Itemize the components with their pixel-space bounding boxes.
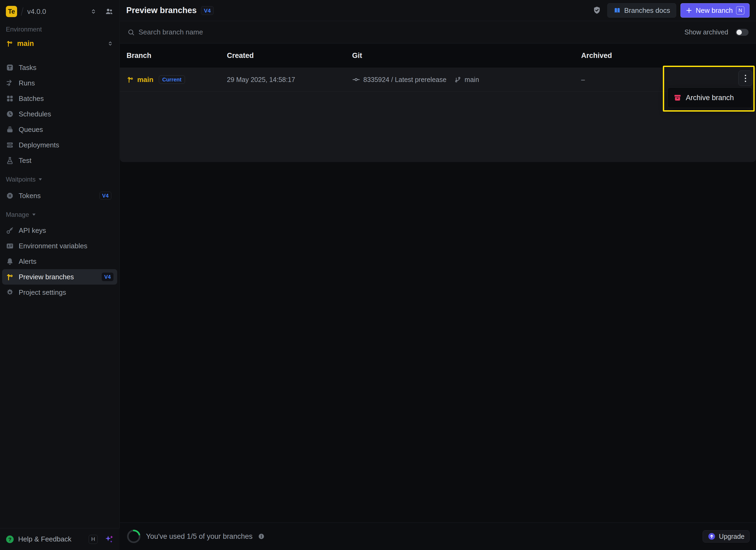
- column-header-created: Created: [227, 52, 254, 60]
- section-manage[interactable]: Manage: [6, 210, 113, 219]
- gear-icon: [6, 288, 14, 296]
- sidebar-item-label: Schedules: [19, 110, 51, 118]
- key-icon: [6, 226, 14, 234]
- sidebar-item-tasks[interactable]: Tasks: [0, 60, 119, 75]
- current-badge: Current: [159, 75, 185, 84]
- dot: [745, 75, 746, 76]
- archive-branch-label: Archive branch: [686, 94, 734, 102]
- sidebar-item-project-settings[interactable]: Project settings: [0, 285, 119, 300]
- toolbar: Show archived: [120, 21, 756, 44]
- show-archived-label: Show archived: [684, 28, 728, 36]
- sidebar: Te v4.0.0 Environment main Tasks: [0, 0, 120, 550]
- branch-name: main: [137, 76, 153, 84]
- branch-cell: main Current: [127, 68, 185, 92]
- column-header-archived: Archived: [581, 52, 612, 60]
- project-selector-chevron-icon[interactable]: [90, 8, 97, 15]
- toggle-knob: [737, 30, 742, 35]
- sidebar-item-label: Test: [19, 156, 31, 165]
- help-feedback-button[interactable]: Help & Feedback: [18, 535, 71, 543]
- runs-icon: [6, 79, 14, 87]
- book-icon: [613, 7, 621, 14]
- sidebar-nav: Tasks Runs Batches Schedules Queues: [0, 60, 119, 168]
- dot: [745, 81, 746, 82]
- batches-icon: [6, 95, 14, 103]
- info-icon[interactable]: [258, 533, 265, 540]
- column-header-git: Git: [352, 52, 362, 60]
- v4-badge: V4: [100, 192, 111, 200]
- page-title: Preview branches: [126, 6, 197, 15]
- archive-icon: [674, 94, 682, 102]
- created-timestamp: 29 May 2025, 14:58:17: [227, 76, 295, 84]
- help-icon: ?: [5, 535, 14, 544]
- upgrade-button[interactable]: Upgrade: [703, 530, 750, 543]
- upgrade-arrow-icon: [708, 532, 716, 540]
- section-waitpoints[interactable]: Waitpoints: [6, 175, 113, 184]
- git-cell: 8335924 / Latest prerelease main: [352, 68, 479, 92]
- usage-footer: You've used 1/5 of your branches Upgrade: [120, 523, 756, 550]
- search-icon: [127, 29, 135, 36]
- org-logo[interactable]: Te: [6, 6, 17, 17]
- sidebar-item-tokens[interactable]: Tokens V4: [0, 188, 119, 203]
- git-branch-name: main: [464, 76, 479, 84]
- branches-table: Branch Created Git Archived main Current…: [120, 44, 756, 162]
- bell-icon: [6, 257, 14, 265]
- queues-icon: [6, 125, 14, 133]
- archived-cell: –: [581, 68, 585, 92]
- branches-docs-button[interactable]: Branches docs: [607, 3, 676, 18]
- table-row[interactable]: main Current 29 May 2025, 14:58:17 83359…: [120, 68, 756, 92]
- sidebar-item-test[interactable]: Test: [0, 153, 119, 168]
- sidebar-item-label: Environment variables: [19, 242, 87, 250]
- sidebar-item-queues[interactable]: Queues: [0, 122, 119, 137]
- schedules-icon: [6, 110, 14, 118]
- members-icon[interactable]: [105, 7, 113, 16]
- new-branch-button[interactable]: New branch N: [680, 3, 750, 18]
- id-card-icon: [6, 242, 14, 250]
- usage-text: You've used 1/5 of your branches: [146, 532, 253, 541]
- show-archived-toggle[interactable]: [736, 29, 749, 36]
- branch-icon: [6, 273, 14, 281]
- sidebar-item-api-keys[interactable]: API keys: [0, 223, 119, 238]
- deployments-icon: [6, 141, 14, 149]
- help-shortcut-key: H: [89, 535, 98, 544]
- v4-badge: V4: [201, 6, 214, 15]
- new-branch-label: New branch: [696, 6, 733, 15]
- branch-icon: [6, 40, 13, 47]
- environment-value: main: [17, 40, 34, 48]
- sparkles-icon[interactable]: [104, 534, 114, 544]
- sidebar-item-label: Tokens: [19, 192, 41, 200]
- usage-ring: [126, 529, 141, 544]
- tokens-icon: [6, 192, 14, 200]
- environment-chevron-icon: [107, 40, 113, 47]
- new-branch-shortcut-key: N: [736, 6, 745, 15]
- sidebar-item-batches[interactable]: Batches: [0, 91, 119, 106]
- v4-badge: V4: [102, 273, 113, 281]
- sidebar-item-label: Alerts: [19, 257, 36, 266]
- dot: [745, 78, 746, 79]
- org-row: Te v4.0.0: [0, 0, 119, 23]
- archive-branch-menu-item[interactable]: Archive branch: [668, 88, 752, 108]
- divider-slash: [21, 7, 23, 16]
- sidebar-item-label: Project settings: [19, 288, 66, 297]
- tasks-icon: [6, 64, 14, 72]
- sidebar-item-alerts[interactable]: Alerts: [0, 254, 119, 269]
- caret-down-icon: [32, 214, 36, 216]
- sidebar-item-label: Deployments: [19, 141, 59, 149]
- sidebar-item-label: Batches: [19, 95, 44, 103]
- sidebar-item-schedules[interactable]: Schedules: [0, 106, 119, 122]
- archived-value: –: [581, 76, 585, 84]
- table-header: Branch Created Git Archived: [120, 44, 756, 68]
- environment-selector[interactable]: main: [3, 37, 117, 50]
- sidebar-item-label: Preview branches: [19, 273, 74, 281]
- sidebar-item-preview-branches[interactable]: Preview branches V4: [2, 269, 117, 285]
- main-content: Preview branches V4 Branches docs New br…: [120, 0, 756, 550]
- branch-icon: [127, 76, 134, 83]
- sidebar-item-deployments[interactable]: Deployments: [0, 137, 119, 153]
- sidebar-item-environment-variables[interactable]: Environment variables: [0, 238, 119, 254]
- row-actions-menu-button[interactable]: [738, 70, 752, 86]
- manage-nav: API keys Environment variables Alerts Pr…: [0, 223, 119, 300]
- project-version[interactable]: v4.0.0: [27, 7, 46, 16]
- shield-check-icon[interactable]: [592, 6, 601, 15]
- search-input[interactable]: [139, 28, 309, 36]
- environment-label: Environment: [6, 26, 113, 33]
- sidebar-item-runs[interactable]: Runs: [0, 75, 119, 91]
